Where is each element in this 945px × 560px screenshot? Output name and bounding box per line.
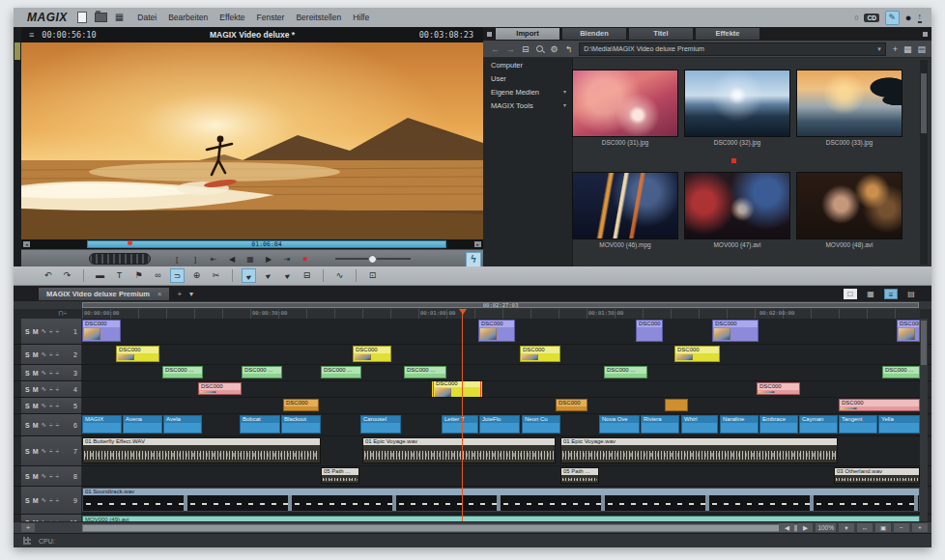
- timeline-clip[interactable]: Avela: [163, 415, 202, 434]
- timeline-clip[interactable]: JoieFlo: [479, 415, 520, 434]
- timeline-view-icon[interactable]: ≡: [884, 289, 898, 299]
- timeline-vscrollbar[interactable]: [920, 319, 928, 521]
- track-header-3[interactable]: SM∿÷÷3: [21, 365, 82, 380]
- tab-menu-icon[interactable]: ▾: [189, 290, 193, 298]
- timeline-clip[interactable]: 05 Path ...: [321, 467, 359, 484]
- chevron-down-icon[interactable]: ▾: [563, 88, 566, 97]
- zoom-out-button[interactable]: −: [894, 523, 909, 532]
- track-header-2[interactable]: SM∿÷÷2: [21, 345, 82, 364]
- scroll-left-button[interactable]: ◀: [779, 523, 794, 532]
- razor-icon[interactable]: ▬: [93, 268, 107, 283]
- zoom-level-caret[interactable]: ▾: [839, 523, 854, 532]
- mouse-mode-single-icon[interactable]: ►: [242, 268, 256, 283]
- timeline-clip[interactable]: 01 Soundtrack.wav: [82, 488, 920, 512]
- track-shrink-icon[interactable]: ÷: [49, 386, 53, 393]
- play-button[interactable]: ▶: [264, 255, 273, 264]
- track-lane-5[interactable]: DSC000DSC000DSC000: [82, 398, 920, 413]
- solo-button[interactable]: S: [25, 351, 30, 358]
- title-icon[interactable]: T: [112, 268, 127, 283]
- mute-button[interactable]: M: [33, 497, 39, 504]
- timeline-vscrollbar-thumb[interactable]: [921, 321, 927, 365]
- pin-icon[interactable]: [487, 32, 492, 37]
- tree-view-icon[interactable]: ⊟: [522, 44, 530, 54]
- add-tab-icon[interactable]: +: [177, 290, 182, 298]
- forward-icon[interactable]: →: [506, 44, 515, 54]
- track-header-6[interactable]: SM∿÷÷6: [21, 414, 82, 435]
- mute-button[interactable]: M: [33, 422, 39, 429]
- timeline-clip[interactable]: DSC000 ...: [604, 366, 647, 378]
- timeline-clip[interactable]: [665, 399, 688, 411]
- media-thumbnail[interactable]: [572, 172, 678, 239]
- mute-button[interactable]: M: [33, 386, 39, 393]
- mute-button[interactable]: M: [33, 473, 39, 480]
- storyboard-view-icon[interactable]: ▦: [864, 289, 877, 299]
- track-shrink-icon[interactable]: ÷: [49, 351, 53, 358]
- notification-count[interactable]: 0: [855, 14, 859, 21]
- automation-curve-icon[interactable]: ∿: [42, 369, 46, 377]
- automation-curve-icon[interactable]: ∿: [42, 496, 46, 504]
- timeline-overview-bar[interactable]: 00:02:27:03: [82, 302, 919, 308]
- timeline-clip[interactable]: Tangent: [839, 415, 877, 434]
- pin-icon[interactable]: [923, 32, 928, 37]
- timeline-clip[interactable]: Nova Ove: [599, 415, 640, 434]
- timeline-clip[interactable]: DSC000: [353, 346, 391, 362]
- tree-item-magix-tools[interactable]: MAGIX Tools▾: [483, 98, 572, 112]
- track-shrink-icon[interactable]: ÷: [49, 422, 53, 429]
- track-lane-3[interactable]: DSC000 ...DSC000 ...DSC000 ...DSC000 ...…: [82, 365, 920, 380]
- zoom-in-button[interactable]: +: [912, 523, 928, 532]
- playhead[interactable]: [462, 309, 463, 521]
- timeline-clip[interactable]: DSC000 ...: [404, 366, 446, 378]
- scrub-left-handle[interactable]: ◂: [23, 241, 30, 247]
- timeline-clip[interactable]: DSC000: [556, 399, 587, 411]
- new-project-icon[interactable]: [77, 12, 87, 23]
- track-grow-icon[interactable]: ÷: [56, 448, 60, 455]
- track-grow-icon[interactable]: ÷: [56, 370, 60, 377]
- jump-end-button[interactable]: ⇥: [282, 255, 292, 264]
- media-thumbnail[interactable]: [684, 172, 790, 239]
- pool-scrollbar-thumb[interactable]: [921, 73, 927, 133]
- timeline-clip[interactable]: DSC000: [433, 381, 481, 397]
- volume-slider[interactable]: [335, 258, 411, 260]
- timeline-clip[interactable]: DSC000: [283, 399, 319, 411]
- track-grow-icon[interactable]: ÷: [56, 386, 60, 393]
- search-icon[interactable]: [536, 45, 544, 53]
- range-end-button[interactable]: ]: [190, 255, 200, 264]
- mouse-mode-stretch-icon[interactable]: ⊟: [300, 268, 314, 283]
- audio-wave-icon[interactable]: ∿: [332, 268, 347, 283]
- options-gear-icon[interactable]: ⚙: [551, 44, 558, 54]
- timeline-clip[interactable]: Avena: [123, 415, 162, 434]
- monitor-view-icon[interactable]: □: [844, 289, 857, 299]
- timeline-clip[interactable]: DSC000: [116, 346, 159, 362]
- tab-blenden[interactable]: Blenden: [562, 28, 626, 40]
- flash-preview-icon[interactable]: ϟ: [466, 252, 481, 267]
- solo-button[interactable]: S: [25, 370, 30, 377]
- marker-icon[interactable]: ⚑: [131, 268, 146, 283]
- track-header-4[interactable]: SM∿÷÷4: [21, 381, 82, 397]
- timeline-clip[interactable]: 01 Epic Voyage.wav: [362, 437, 556, 463]
- track-shrink-icon[interactable]: ÷: [49, 473, 53, 480]
- grid-view-icon[interactable]: ▦: [903, 44, 912, 54]
- timeline-clip[interactable]: Cayman: [799, 415, 838, 434]
- snap-magnet-icon[interactable]: ⊃: [170, 268, 185, 283]
- timeline-clip[interactable]: DSC000: [636, 320, 663, 342]
- menu-item-effekte[interactable]: Effekte: [219, 13, 244, 22]
- scroll-right-button[interactable]: ▶: [797, 523, 813, 532]
- preview-scrub-bar[interactable]: ◂ 01:06:04 ▸: [21, 239, 483, 249]
- range-start-button[interactable]: [: [172, 255, 182, 264]
- add-track-button[interactable]: +: [21, 523, 35, 532]
- track-grow-icon[interactable]: ÷: [56, 328, 60, 335]
- path-caret-icon[interactable]: ▾: [877, 43, 881, 55]
- timeline-clip[interactable]: Whirl: [681, 415, 718, 434]
- timeline-clip[interactable]: 05 Path ...: [560, 467, 599, 484]
- export-button[interactable]: ↑: [918, 13, 923, 23]
- back-icon[interactable]: ←: [491, 44, 500, 54]
- track-lane-7[interactable]: 01 Butterfly Effect.WAV01 Epic Voyage.wa…: [82, 436, 920, 465]
- undo-icon[interactable]: ↶: [41, 268, 55, 283]
- open-project-icon[interactable]: [95, 13, 107, 22]
- solo-button[interactable]: S: [25, 448, 30, 455]
- solo-button[interactable]: S: [25, 497, 30, 504]
- tab-import[interactable]: Import: [496, 28, 559, 40]
- automation-curve-icon[interactable]: ∿: [42, 421, 46, 429]
- pool-scrollbar[interactable]: [920, 60, 928, 265]
- automation-curve-icon[interactable]: ∿: [42, 472, 46, 480]
